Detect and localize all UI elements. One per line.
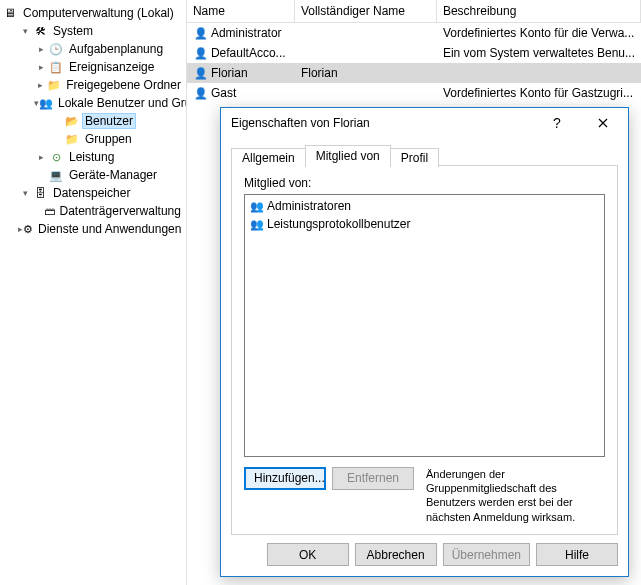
- membership-note: Änderungen der Gruppenmitgliedschaft des…: [420, 467, 605, 524]
- tree-label: Lokale Benutzer und Gruppen: [55, 95, 187, 111]
- member-list[interactable]: Administratoren Leistungsprotokollbenutz…: [244, 194, 605, 457]
- event-icon: [48, 59, 64, 75]
- tree-services-apps[interactable]: ▸ Dienste und Anwendungen: [2, 220, 184, 238]
- cell-full: [295, 92, 437, 94]
- tree-label: Computerverwaltung (Lokal): [20, 5, 177, 21]
- tree-groups[interactable]: Gruppen: [2, 130, 184, 148]
- tree-label: Ereignisanzeige: [66, 59, 157, 75]
- member-name: Leistungsprotokollbenutzer: [267, 217, 410, 231]
- tree-label: Aufgabenplanung: [66, 41, 166, 57]
- folder-icon: [64, 131, 80, 147]
- dialog-footer: OK Abbrechen Übernehmen Hilfe: [221, 535, 628, 576]
- tools-icon: [32, 23, 48, 39]
- tree-shared-folders[interactable]: ▸ Freigegebene Ordner: [2, 76, 184, 94]
- member-of-label: Mitglied von:: [244, 176, 605, 190]
- tree-label: Leistung: [66, 149, 117, 165]
- apply-button[interactable]: Übernehmen: [443, 543, 530, 566]
- tab-member-of[interactable]: Mitglied von: [305, 145, 391, 166]
- dialog-tabs: Allgemein Mitglied von Profil: [231, 144, 618, 165]
- navigation-tree: Computerverwaltung (Lokal) ▾ System ▸ Au…: [0, 0, 187, 585]
- group-icon: [249, 198, 265, 214]
- shared-folder-icon: [47, 77, 61, 93]
- cell-full: Florian: [295, 65, 437, 81]
- add-button[interactable]: Hinzufügen...: [244, 467, 326, 490]
- help-button[interactable]: ?: [534, 108, 580, 138]
- tree-storage[interactable]: ▾ Datenspeicher: [2, 184, 184, 202]
- tree-label: Dienste und Anwendungen: [35, 221, 184, 237]
- tree-device-manager[interactable]: Geräte-Manager: [2, 166, 184, 184]
- tree-label: Datenträgerverwaltung: [57, 203, 184, 219]
- performance-icon: [48, 149, 64, 165]
- user-icon: [193, 65, 209, 81]
- cell-full: [295, 32, 437, 34]
- tab-profile[interactable]: Profil: [390, 148, 439, 167]
- clock-icon: [48, 41, 64, 57]
- tree-root[interactable]: Computerverwaltung (Lokal): [2, 4, 184, 22]
- member-name: Administratoren: [267, 199, 351, 213]
- expand-icon[interactable]: ▸: [34, 152, 48, 162]
- tree-system[interactable]: ▾ System: [2, 22, 184, 40]
- help-button-footer[interactable]: Hilfe: [536, 543, 618, 566]
- list-header: Name Vollständiger Name Beschreibung: [187, 0, 641, 23]
- column-header-fullname[interactable]: Vollständiger Name: [295, 0, 437, 22]
- tree-label: Gruppen: [82, 131, 135, 147]
- cell-desc: Ein vom System verwaltetes Benu...: [437, 45, 641, 61]
- tree-label: Geräte-Manager: [66, 167, 160, 183]
- disk-icon: [44, 203, 55, 219]
- expand-icon[interactable]: ▸: [34, 80, 47, 90]
- user-icon: [193, 85, 209, 101]
- tree-users[interactable]: Benutzer: [2, 112, 184, 130]
- list-row[interactable]: Administrator Vordefiniertes Konto für d…: [187, 23, 641, 43]
- close-icon: [598, 118, 608, 128]
- user-icon: [193, 25, 209, 41]
- cancel-button[interactable]: Abbrechen: [355, 543, 437, 566]
- tree-task-scheduler[interactable]: ▸ Aufgabenplanung: [2, 40, 184, 58]
- cell-desc: [437, 72, 641, 74]
- tree-performance[interactable]: ▸ Leistung: [2, 148, 184, 166]
- tab-panel-member-of: Mitglied von: Administratoren Leistungsp…: [231, 165, 618, 535]
- cell-name: Administrator: [211, 26, 282, 40]
- tree-event-viewer[interactable]: ▸ Ereignisanzeige: [2, 58, 184, 76]
- properties-dialog: Eigenschaften von Florian ? Allgemein Mi…: [220, 107, 629, 577]
- device-manager-icon: [48, 167, 64, 183]
- computer-icon: [2, 5, 18, 21]
- tree-label: System: [50, 23, 96, 39]
- column-header-description[interactable]: Beschreibung: [437, 0, 641, 22]
- tree-label: Datenspeicher: [50, 185, 133, 201]
- services-icon: [23, 221, 33, 237]
- user-icon: [193, 45, 209, 61]
- cell-name: Florian: [211, 66, 248, 80]
- cell-full: [295, 52, 437, 54]
- tree-label: Benutzer: [82, 113, 136, 129]
- member-item[interactable]: Leistungsprotokollbenutzer: [247, 215, 602, 233]
- list-row[interactable]: Gast Vordefiniertes Konto für Gastzugri.…: [187, 83, 641, 103]
- collapse-icon[interactable]: ▾: [18, 26, 32, 36]
- collapse-icon[interactable]: ▾: [18, 188, 32, 198]
- expand-icon[interactable]: ▸: [34, 62, 48, 72]
- dialog-titlebar[interactable]: Eigenschaften von Florian ?: [221, 108, 628, 138]
- tree-label: Freigegebene Ordner: [63, 77, 184, 93]
- expand-icon[interactable]: ▸: [34, 44, 48, 54]
- list-row[interactable]: DefaultAcco... Ein vom System verwaltete…: [187, 43, 641, 63]
- tab-general[interactable]: Allgemein: [231, 148, 306, 167]
- group-icon: [249, 216, 265, 232]
- member-item[interactable]: Administratoren: [247, 197, 602, 215]
- cell-name: DefaultAcco...: [211, 46, 286, 60]
- folder-open-icon: [64, 113, 80, 129]
- cell-desc: Vordefiniertes Konto für die Verwa...: [437, 25, 641, 41]
- close-button[interactable]: [580, 108, 626, 138]
- list-row[interactable]: Florian Florian: [187, 63, 641, 83]
- dialog-title-text: Eigenschaften von Florian: [231, 116, 534, 130]
- cell-name: Gast: [211, 86, 236, 100]
- remove-button[interactable]: Entfernen: [332, 467, 414, 490]
- cell-desc: Vordefiniertes Konto für Gastzugri...: [437, 85, 641, 101]
- column-header-name[interactable]: Name: [187, 0, 295, 22]
- tree-local-users-groups[interactable]: ▾ Lokale Benutzer und Gruppen: [2, 94, 184, 112]
- users-icon: [39, 95, 53, 111]
- ok-button[interactable]: OK: [267, 543, 349, 566]
- tree-disk-management[interactable]: Datenträgerverwaltung: [2, 202, 184, 220]
- storage-icon: [32, 185, 48, 201]
